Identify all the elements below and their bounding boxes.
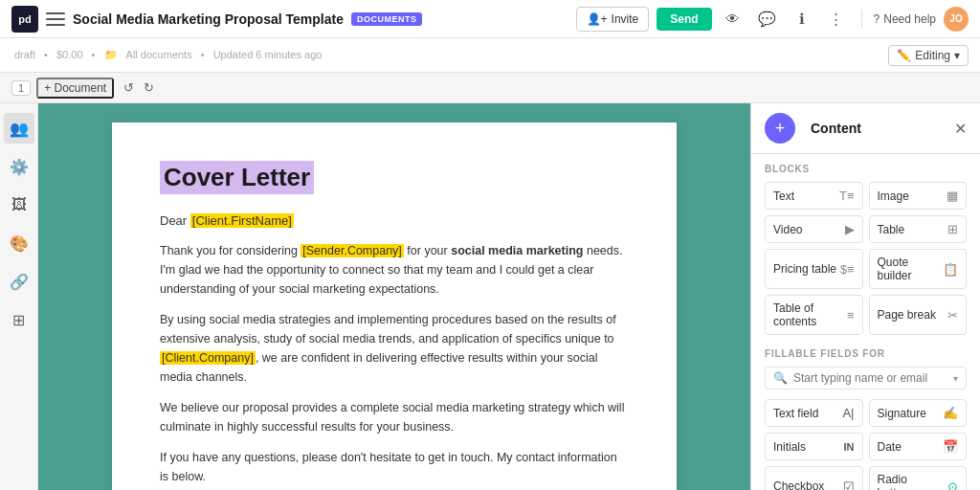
initials-icon: IN bbox=[844, 441, 855, 453]
fillable-search-input[interactable] bbox=[793, 371, 947, 385]
help-button[interactable]: ? Need help bbox=[874, 12, 936, 26]
fillable-search-box[interactable]: 🔍 ▾ bbox=[765, 367, 967, 390]
block-quote-builder[interactable]: Quote builder 📋 bbox=[869, 249, 968, 289]
divider bbox=[861, 10, 862, 29]
sidebar-icon-image[interactable]: 🖼 bbox=[4, 189, 34, 220]
checkbox-icon: ☑ bbox=[843, 479, 855, 491]
document-page: Cover Letter Dear [Client.FirstName] Tha… bbox=[112, 122, 677, 490]
table-block-icon: ⊞ bbox=[947, 222, 958, 236]
topbar-actions: 👤+ Invite Send 👁 💬 ℹ ⋮ ? Need help JO bbox=[576, 6, 969, 33]
help-icon: ? bbox=[874, 12, 880, 26]
sidebar-icon-users[interactable]: 👥 bbox=[4, 113, 34, 144]
add-document-button[interactable]: + Document bbox=[36, 78, 114, 99]
undo-redo-group: ↺ ↻ bbox=[120, 78, 158, 97]
client-firstname-highlight: [Client.FirstName] bbox=[190, 213, 294, 228]
para2: By using social media strategies and imp… bbox=[160, 310, 629, 387]
para3: We believe our proposal provides a compl… bbox=[160, 398, 629, 436]
invite-icon: 👤+ bbox=[587, 12, 608, 26]
sender-company-highlight: [Sender.Company] bbox=[301, 244, 404, 257]
send-button[interactable]: Send bbox=[657, 8, 711, 31]
para1: Thank you for considering [Sender.Compan… bbox=[160, 241, 629, 299]
bold-text: social media marketing bbox=[451, 244, 583, 257]
panel-header: + Content ✕ bbox=[751, 103, 980, 154]
block-toc[interactable]: Table of contents ≡ bbox=[765, 295, 863, 335]
quote-builder-icon: 📋 bbox=[943, 262, 958, 277]
search-icon: 🔍 bbox=[773, 371, 788, 385]
field-radio-buttons[interactable]: Radio buttons ⊙ bbox=[869, 466, 968, 490]
text-field-icon: A| bbox=[842, 406, 854, 420]
dropdown-arrow-icon: ▾ bbox=[953, 373, 958, 384]
fillable-label: FILLABLE FIELDS FOR bbox=[765, 348, 967, 359]
cover-letter-title: Cover Letter bbox=[160, 161, 314, 194]
panel-body: BLOCKS Text T≡ Image ▦ Video ▶ Table ⊞ bbox=[751, 154, 980, 490]
avatar[interactable]: JO bbox=[944, 7, 969, 32]
sidebar-icon-settings[interactable]: ⚙️ bbox=[4, 151, 34, 182]
right-panel: + Content ✕ BLOCKS Text T≡ Image ▦ Video… bbox=[750, 103, 980, 490]
dear-line: Dear [Client.FirstName] bbox=[160, 213, 629, 228]
undo-button[interactable]: ↺ bbox=[120, 78, 138, 97]
info-icon[interactable]: ℹ bbox=[789, 6, 815, 33]
sidebar-icon-link[interactable]: 🔗 bbox=[4, 266, 34, 297]
field-initials[interactable]: Initials IN bbox=[765, 433, 863, 460]
client-company-highlight: [Client.Company] bbox=[160, 351, 256, 365]
para4: If you have any questions, please don't … bbox=[160, 448, 629, 486]
doc-badge: DOCUMENTS bbox=[351, 12, 423, 26]
topbar: pd Social Media Marketing Proposal Templ… bbox=[0, 0, 980, 38]
chevron-down-icon: ▾ bbox=[954, 49, 960, 62]
doc-title: Social Media Marketing Proposal Template bbox=[73, 11, 344, 27]
block-text[interactable]: Text T≡ bbox=[765, 182, 863, 210]
sidebar-icon-grid[interactable]: ⊞ bbox=[4, 304, 34, 335]
block-pricing-table[interactable]: Pricing table $≡ bbox=[765, 249, 863, 289]
left-sidebar: 👥 ⚙️ 🖼 🎨 🔗 ⊞ bbox=[0, 103, 38, 490]
main-area: 👥 ⚙️ 🖼 🎨 🔗 ⊞ Cover Letter Dear [Client.F… bbox=[0, 103, 980, 490]
toc-icon: ≡ bbox=[847, 308, 855, 323]
chat-icon[interactable]: 💬 bbox=[754, 6, 781, 33]
pricing-table-icon: $≡ bbox=[840, 262, 855, 277]
document-area: Cover Letter Dear [Client.FirstName] Tha… bbox=[38, 103, 750, 490]
page-break-icon: ✂ bbox=[947, 308, 958, 323]
field-date[interactable]: Date 📅 bbox=[869, 433, 968, 460]
editing-button[interactable]: ✏️ Editing ▾ bbox=[888, 45, 969, 66]
fields-grid: Text field A| Signature ✍ Initials IN Da… bbox=[765, 399, 967, 490]
folder-icon: 📁 bbox=[104, 49, 118, 60]
add-content-button[interactable]: + bbox=[765, 113, 795, 144]
date-icon: 📅 bbox=[943, 439, 958, 454]
sidebar-icon-palette[interactable]: 🎨 bbox=[4, 228, 34, 258]
toolbar2: draft • $0.00 • 📁 All documents • Update… bbox=[0, 38, 980, 73]
panel-title: Content bbox=[811, 121, 861, 136]
block-image[interactable]: Image ▦ bbox=[869, 182, 968, 210]
hamburger-menu[interactable] bbox=[46, 12, 65, 26]
signature-icon: ✍ bbox=[943, 406, 958, 420]
more-icon[interactable]: ⋮ bbox=[823, 6, 850, 33]
close-panel-button[interactable]: ✕ bbox=[954, 120, 967, 138]
field-signature[interactable]: Signature ✍ bbox=[869, 399, 968, 427]
eye-icon[interactable]: 👁 bbox=[720, 6, 746, 33]
image-block-icon: ▦ bbox=[947, 189, 958, 203]
video-block-icon: ▶ bbox=[845, 222, 855, 236]
radio-buttons-icon: ⊙ bbox=[947, 479, 958, 491]
toolbar3: 1 + Document ↺ ↻ bbox=[0, 73, 980, 103]
block-video[interactable]: Video ▶ bbox=[765, 215, 863, 243]
doc-meta: draft • $0.00 • 📁 All documents • Update… bbox=[11, 49, 324, 61]
invite-button[interactable]: 👤+ Invite bbox=[576, 7, 650, 32]
app-logo: pd bbox=[11, 6, 38, 33]
blocks-label: BLOCKS bbox=[765, 164, 967, 174]
field-checkbox[interactable]: Checkbox ☑ bbox=[765, 466, 863, 490]
blocks-grid: Text T≡ Image ▦ Video ▶ Table ⊞ Pricing … bbox=[765, 182, 967, 335]
block-page-break[interactable]: Page break ✂ bbox=[869, 295, 968, 335]
block-table[interactable]: Table ⊞ bbox=[869, 215, 968, 243]
text-block-icon: T≡ bbox=[839, 189, 855, 203]
page-count: 1 bbox=[11, 80, 31, 96]
pencil-icon: ✏️ bbox=[897, 49, 911, 62]
redo-button[interactable]: ↻ bbox=[140, 78, 158, 97]
field-text[interactable]: Text field A| bbox=[765, 399, 863, 427]
